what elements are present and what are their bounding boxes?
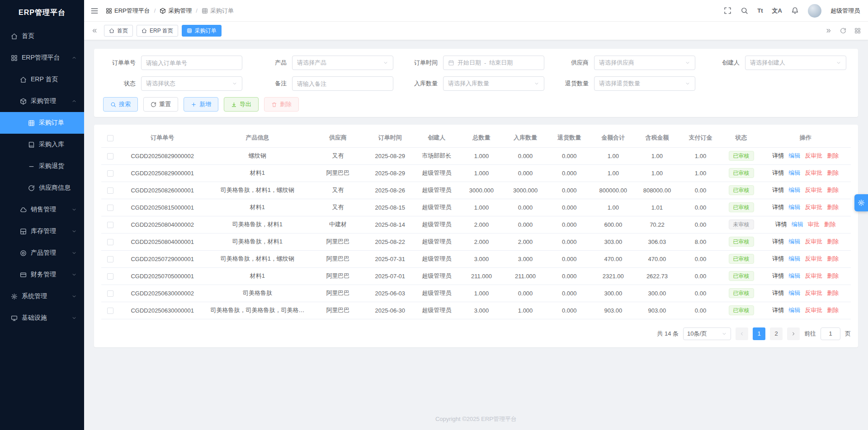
edit-link[interactable]: 编辑 [788,272,800,279]
filter-select-return-qty[interactable]: 请选择退货数量 [594,76,695,91]
breadcrumb-item[interactable]: 采购管理 [160,7,192,15]
del-link[interactable]: 删除 [827,290,839,296]
detail-link[interactable]: 详情 [772,238,784,245]
filter-select-product[interactable]: 请选择产品 [292,56,393,70]
detail-link[interactable]: 详情 [772,272,784,279]
unapprove-link[interactable]: 反审批 [805,169,822,176]
unapprove-link[interactable]: 反审批 [805,255,822,262]
next-page-button[interactable] [787,327,800,340]
filter-select-creator[interactable]: 请选择创建人 [745,56,846,70]
detail-link[interactable]: 详情 [772,152,784,159]
font-size-icon[interactable]: Tt [757,7,763,14]
order-no-input[interactable] [146,60,237,66]
sidebar-item-infrastructure[interactable]: 基础设施 [0,307,84,329]
tabs-layout-button[interactable] [853,26,863,36]
sidebar-item-home[interactable]: 首页 [0,25,84,47]
bell-icon[interactable] [791,7,799,14]
filter-select-in-qty[interactable]: 请选择入库数量 [443,76,544,91]
unapprove-link[interactable]: 反审批 [805,152,822,159]
edit-link[interactable]: 编辑 [788,307,800,313]
del-link[interactable]: 删除 [827,152,839,159]
tab-home[interactable]: 首页 [104,25,133,37]
sidebar-item-supplier-info[interactable]: 供应商信息 [0,177,84,199]
sidebar-item-erp-platform[interactable]: ERP管理平台 [0,47,84,69]
filter-select-supplier[interactable]: 请选择供应商 [594,56,695,70]
filter-select-status[interactable]: 请选择状态 [141,76,242,91]
row-checkbox[interactable] [107,187,113,194]
breadcrumb-item[interactable]: ERP管理平台 [106,7,150,15]
del-link[interactable]: 删除 [827,187,839,193]
search-icon[interactable] [741,7,748,14]
fullscreen-icon[interactable] [724,7,731,14]
edit-link[interactable]: 编辑 [788,169,800,176]
edit-link[interactable]: 编辑 [792,221,803,228]
prev-page-button[interactable] [736,327,748,340]
row-checkbox[interactable] [107,290,113,297]
row-checkbox[interactable] [107,205,113,211]
filter-daterange-order-time[interactable]: 开始日期-结束日期 [443,56,544,70]
menu-toggle-icon[interactable] [90,7,99,15]
unapprove-link[interactable]: 反审批 [805,238,822,245]
sidebar-item-sales-mgmt[interactable]: 销售管理 [0,199,84,220]
row-checkbox[interactable] [107,273,113,280]
unapprove-link[interactable]: 反审批 [805,307,822,313]
tabs-refresh-button[interactable] [838,26,848,36]
edit-link[interactable]: 编辑 [788,255,800,262]
sidebar-item-purchase-inbound[interactable]: 采购入库 [0,134,84,155]
unapprove-link[interactable]: 反审批 [805,204,822,210]
edit-link[interactable]: 编辑 [788,238,800,245]
tab-purchase-order[interactable]: 采购订单 [182,25,222,37]
unapprove-link[interactable]: 反审批 [805,272,822,279]
edit-link[interactable]: 编辑 [788,187,800,193]
detail-link[interactable]: 详情 [772,307,784,313]
del-link[interactable]: 删除 [824,221,836,228]
sidebar-item-purchase-return[interactable]: 采购退货 [0,155,84,177]
detail-link[interactable]: 详情 [772,169,784,176]
select-all-checkbox[interactable] [107,135,113,141]
del-link[interactable]: 删除 [827,169,839,176]
row-checkbox[interactable] [107,308,113,314]
del-link[interactable]: 删除 [827,272,839,279]
del-link[interactable]: 删除 [827,238,839,245]
sidebar-item-product-mgmt[interactable]: 产品管理 [0,242,84,264]
page-size-select[interactable]: 10条/页 [683,327,731,340]
edit-link[interactable]: 编辑 [788,152,800,159]
settings-fab-button[interactable] [854,194,868,211]
detail-link[interactable]: 详情 [772,204,784,210]
tabs-scroll-right-button[interactable] [824,26,834,36]
sidebar-item-purchase-order[interactable]: 采购订单 [0,112,84,134]
page-button-1[interactable]: 1 [753,327,765,340]
row-checkbox[interactable] [107,256,113,262]
page-button-2[interactable]: 2 [770,327,783,340]
edit-link[interactable]: 编辑 [788,290,800,296]
search-button[interactable]: 搜索 [103,97,138,112]
tabs-scroll-left-button[interactable] [90,26,99,36]
remark-input[interactable] [297,80,388,87]
approve-link[interactable]: 审批 [808,221,820,228]
unapprove-link[interactable]: 反审批 [805,187,822,193]
reset-button[interactable]: 重置 [143,97,178,112]
tab-erp-home[interactable]: ERP 首页 [137,25,178,37]
translate-icon[interactable]: 文A [772,7,782,15]
detail-link[interactable]: 详情 [772,290,784,296]
del-link[interactable]: 删除 [827,307,839,313]
row-checkbox[interactable] [107,170,113,177]
avatar[interactable] [808,4,821,18]
sidebar-item-system-mgmt[interactable]: 系统管理 [0,285,84,307]
sidebar-item-inventory-mgmt[interactable]: 库存管理 [0,220,84,242]
del-link[interactable]: 删除 [827,204,839,210]
export-button[interactable]: 导出 [224,97,259,112]
row-checkbox[interactable] [107,153,113,159]
sidebar-item-erp-home[interactable]: ERP 首页 [0,69,84,90]
goto-page-input[interactable] [821,327,840,340]
sidebar-item-purchase-mgmt[interactable]: 采购管理 [0,90,84,112]
add-button[interactable]: 新增 [184,97,218,112]
unapprove-link[interactable]: 反审批 [805,290,822,296]
del-link[interactable]: 删除 [827,255,839,262]
row-checkbox[interactable] [107,222,113,228]
detail-link[interactable]: 详情 [775,221,787,228]
detail-link[interactable]: 详情 [772,255,784,262]
row-checkbox[interactable] [107,239,113,245]
filter-input-order-no[interactable] [141,56,242,70]
filter-input-remark[interactable] [292,76,393,91]
